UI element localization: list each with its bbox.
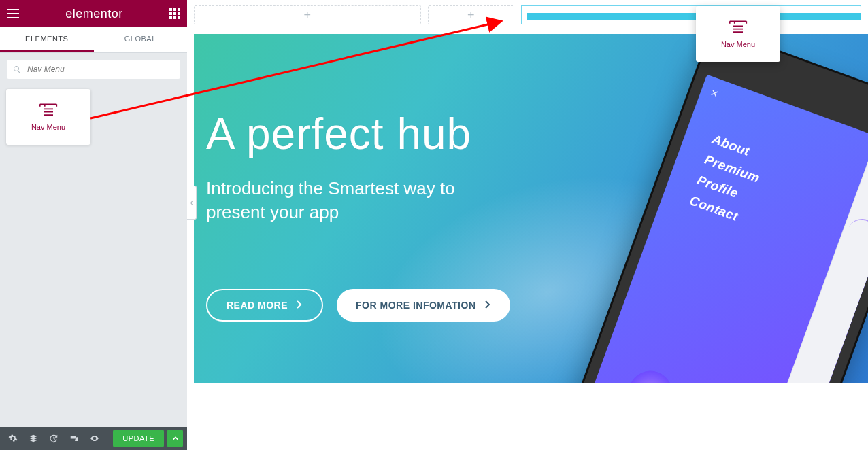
update-options-button[interactable]: [167, 430, 183, 447]
widget-label: Nav Menu: [31, 123, 65, 131]
history-icon[interactable]: [45, 430, 63, 447]
chevron-right-icon: [296, 300, 303, 311]
hero-section: A perfect hub Introducing the Smartest w…: [194, 34, 868, 383]
tab-global[interactable]: GLOBAL: [94, 27, 188, 52]
close-icon: ✕: [709, 87, 720, 100]
search-input[interactable]: [7, 60, 180, 79]
hero-title: A perfect hub: [206, 109, 471, 159]
preview-icon[interactable]: [86, 430, 103, 447]
nav-menu-icon: [729, 20, 748, 35]
search-wrap: [0, 53, 187, 86]
add-column-2[interactable]: +: [428, 5, 515, 24]
drop-target-column[interactable]: [521, 5, 861, 24]
elementor-sidebar: elementor ELEMENTS GLOBAL Nav Menu: [0, 0, 187, 450]
widgets-grid-icon[interactable]: [169, 8, 180, 19]
tab-elements[interactable]: ELEMENTS: [0, 27, 94, 52]
widget-label: Nav Menu: [721, 40, 755, 48]
collapse-sidebar-handle[interactable]: ‹: [187, 186, 197, 220]
editor-canvas: + + A perfect hub Introducing the Smarte…: [187, 0, 868, 450]
hero-subtitle: Introducing the Smartest way to present …: [206, 177, 492, 224]
hero-buttons: READ MORE FOR MORE INFOMATION: [206, 289, 510, 322]
widget-nav-menu[interactable]: Nav Menu: [6, 89, 90, 145]
navigator-icon[interactable]: [24, 430, 42, 447]
brand-logo: elementor: [65, 7, 123, 21]
menu-icon[interactable]: [7, 9, 19, 18]
sidebar-footer: UPDATE: [0, 427, 187, 450]
nav-menu-icon: [39, 103, 58, 118]
responsive-icon[interactable]: [65, 430, 83, 447]
sidebar-tabs: ELEMENTS GLOBAL: [0, 27, 187, 53]
drop-highlight: [527, 13, 861, 20]
button-label: READ MORE: [227, 300, 288, 311]
search-icon: [13, 65, 21, 73]
update-button[interactable]: UPDATE: [113, 430, 164, 447]
read-more-button[interactable]: READ MORE: [206, 289, 323, 322]
plus-icon: +: [467, 9, 475, 21]
settings-icon[interactable]: [4, 430, 22, 447]
plus-icon: +: [304, 9, 312, 21]
phone-fab: [622, 364, 678, 383]
caret-up-icon: [173, 436, 178, 441]
sidebar-header: elementor: [0, 0, 187, 27]
widget-nav-menu-dragging[interactable]: Nav Menu: [696, 6, 780, 62]
button-label: FOR MORE INFOMATION: [356, 300, 475, 311]
chevron-right-icon: [484, 300, 491, 311]
add-column-1[interactable]: +: [194, 5, 421, 24]
more-info-button[interactable]: FOR MORE INFOMATION: [337, 289, 510, 322]
